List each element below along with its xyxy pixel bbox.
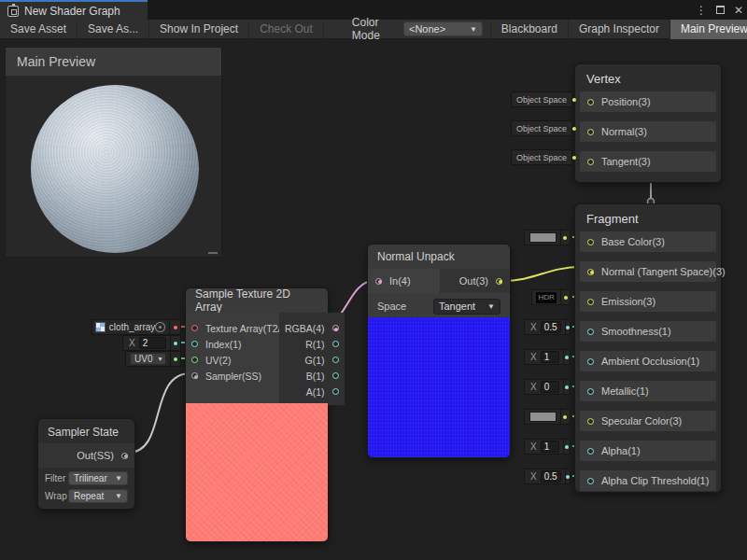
slot-ambient-occlusion[interactable]: Ambient Occlusion(1)	[580, 351, 716, 371]
slot-emission[interactable]: Emission(3)	[580, 291, 716, 312]
slot-normal-tangent-space[interactable]: Normal (Tangent Space)(3)	[580, 261, 716, 282]
resize-handle[interactable]	[208, 252, 218, 254]
number-field[interactable]: 0	[541, 381, 559, 393]
port-metallic-icon[interactable]	[587, 388, 594, 395]
graph-inspector-toggle[interactable]: Graph Inspector	[569, 20, 670, 39]
port-ao-icon[interactable]	[587, 358, 594, 365]
port-out-ss-icon[interactable]	[121, 453, 128, 459]
port-alpha-clip-icon[interactable]	[587, 478, 594, 484]
port-base-color-icon[interactable]	[587, 239, 594, 245]
slot-tangent[interactable]: Tangent(3)	[580, 151, 716, 172]
port-position-icon[interactable]	[587, 99, 594, 105]
slot-smoothness[interactable]: Smoothness(1)	[580, 321, 716, 342]
alpha-value-widget[interactable]: X 1	[524, 439, 571, 455]
slot-label: Normal(3)	[601, 126, 647, 137]
show-in-project-button[interactable]: Show In Project	[149, 20, 249, 39]
port-tangent-icon[interactable]	[587, 159, 594, 165]
filter-dropdown[interactable]: Trilinear ▼	[68, 471, 128, 485]
port-rgba-icon[interactable]	[332, 325, 339, 331]
slot-r[interactable]: R(1)	[279, 336, 345, 352]
uv-channel-widget[interactable]: UV0 ▾	[125, 351, 181, 367]
slot-a[interactable]: A(1)	[279, 384, 345, 399]
save-asset-button[interactable]: Save Asset	[0, 20, 78, 39]
number-field[interactable]: 0.5	[541, 470, 561, 483]
port-normal-icon[interactable]	[587, 129, 594, 135]
normal-map-preview[interactable]	[368, 317, 510, 457]
color-swatch[interactable]	[529, 412, 557, 422]
main-preview-toggle[interactable]: Main Preview	[670, 20, 747, 39]
alpha-clip-value-widget[interactable]: X 0.5	[524, 469, 571, 484]
port-index-icon[interactable]	[191, 341, 198, 347]
vertex-node[interactable]: Vertex Position(3) Normal(3) Tangent(3)	[574, 63, 722, 183]
slot-base-color[interactable]: Base Color(3)	[580, 231, 716, 252]
space-dropdown[interactable]: Tangent ▼	[433, 299, 500, 315]
port-sampler-icon[interactable]	[191, 372, 198, 379]
color-swatch[interactable]	[529, 232, 557, 243]
smoothness-value-widget[interactable]: X 0.5	[524, 319, 571, 335]
object-picker-icon[interactable]	[155, 322, 165, 332]
slot-index[interactable]: Index(1)	[186, 336, 279, 352]
main-preview-header[interactable]: Main Preview	[6, 48, 221, 76]
slot-in[interactable]: In(4)	[368, 269, 440, 293]
blackboard-toggle[interactable]: Blackboard	[490, 20, 569, 39]
slot-texture-array[interactable]: Texture Array(T2A)	[186, 320, 279, 336]
slot-out-ss[interactable]: Out(SS)	[38, 443, 134, 468]
object-space-binding[interactable]: Object Space	[511, 120, 572, 136]
port-a-icon[interactable]	[332, 388, 339, 395]
port-alpha-icon[interactable]	[587, 448, 594, 455]
slot-b[interactable]: B(1)	[279, 368, 345, 384]
ambient-occlusion-value-widget[interactable]: X 1	[524, 349, 571, 365]
uv-dropdown[interactable]: UV0 ▾	[130, 353, 166, 365]
port-r-icon[interactable]	[332, 341, 339, 347]
color-mode-dropdown[interactable]: <None> ▼	[403, 21, 483, 36]
number-field[interactable]: 0.5	[541, 321, 561, 333]
cloth-texture-preview[interactable]	[186, 403, 328, 541]
wrap-dropdown[interactable]: Repeat ▼	[68, 489, 128, 503]
object-space-binding[interactable]: Object Space	[511, 91, 572, 107]
slot-g[interactable]: G(1)	[279, 352, 345, 368]
binding-label: Object Space	[512, 95, 571, 105]
slot-metallic[interactable]: Metallic(1)	[580, 381, 716, 401]
slot-position[interactable]: Position(3)	[580, 91, 716, 112]
slot-normal[interactable]: Normal(3)	[580, 121, 716, 142]
slot-rgba[interactable]: RGBA(4)	[279, 320, 345, 336]
slot-uv[interactable]: UV(2)	[186, 352, 279, 368]
normal-unpack-node[interactable]: Normal Unpack In(4) Out(3) Space Tangent…	[367, 244, 511, 458]
port-b-icon[interactable]	[332, 372, 339, 379]
sample-texture-2d-array-node[interactable]: Sample Texture 2D Array Texture Array(T2…	[185, 287, 329, 542]
fragment-node[interactable]: Fragment Base Color(3) Normal (Tangent S…	[574, 203, 722, 493]
number-field[interactable]: 1	[541, 351, 559, 363]
slot-specular-color[interactable]: Specular Color(3)	[580, 411, 716, 431]
number-field[interactable]: 1	[541, 441, 559, 453]
port-texture-array-icon[interactable]	[191, 325, 198, 331]
material-preview-sphere[interactable]	[31, 85, 199, 253]
port-smoothness-icon[interactable]	[587, 329, 594, 335]
object-space-binding[interactable]: Object Space	[511, 149, 572, 165]
port-specular-icon[interactable]	[587, 418, 594, 425]
number-field[interactable]: 2	[139, 337, 166, 349]
kebab-menu-icon[interactable]: ⋮	[696, 4, 707, 17]
metallic-value-widget[interactable]: X 0	[524, 379, 571, 395]
color-mode-group: Color Mode <None> ▼	[352, 16, 490, 42]
slot-sampler[interactable]: Sampler(SS)	[186, 368, 279, 384]
emission-hdr-widget[interactable]: HDR	[531, 289, 571, 305]
port-normal-ts-icon[interactable]	[587, 269, 594, 275]
specular-color-swatch-widget[interactable]	[524, 409, 571, 425]
maximize-icon[interactable]	[716, 6, 725, 14]
port-g-icon[interactable]	[332, 357, 339, 363]
hdr-swatch[interactable]: HDR	[536, 292, 557, 303]
close-icon[interactable]: ✕	[734, 4, 743, 17]
port-emission-icon[interactable]	[587, 299, 594, 305]
base-color-swatch-widget[interactable]	[524, 230, 571, 245]
texture-array-field-widget[interactable]: cloth_array	[92, 319, 181, 335]
port-uv-icon[interactable]	[191, 357, 198, 363]
index-value-widget[interactable]: X 2	[122, 335, 181, 351]
tab-new-shader-graph[interactable]: New Shader Graph	[0, 0, 148, 20]
sampler-state-node[interactable]: Sampler State Out(SS) Filter Trilinear ▼…	[37, 418, 135, 510]
port-out3-icon[interactable]	[496, 278, 502, 285]
slot-out[interactable]: Out(3)	[440, 269, 510, 293]
slot-alpha-clip-threshold[interactable]: Alpha Clip Threshold(1)	[580, 470, 716, 491]
port-in4-icon[interactable]	[375, 278, 382, 285]
slot-alpha[interactable]: Alpha(1)	[580, 441, 716, 461]
save-as-button[interactable]: Save As...	[78, 20, 149, 39]
